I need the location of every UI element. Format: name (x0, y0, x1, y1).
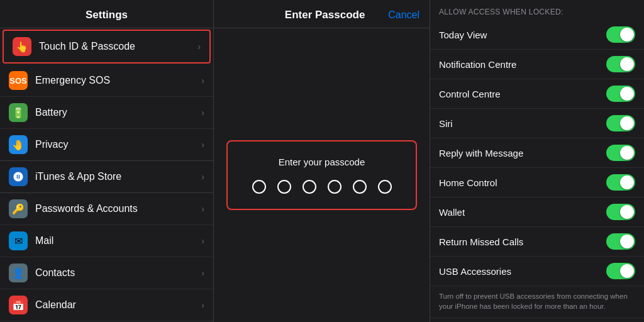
locked-panel: ALLOW ACCESS WHEN LOCKED: Today View Not… (430, 0, 644, 322)
settings-row-emergency-sos[interactable]: SOS Emergency SOS › (0, 65, 213, 97)
notification-centre-label: Notification Centre (439, 59, 606, 70)
locked-row-today-view: Today View (430, 20, 644, 50)
passwords-label: Passwords & Accounts (35, 203, 201, 214)
siri-toggle[interactable] (606, 115, 635, 131)
passcode-title: Enter Passcode (262, 9, 388, 21)
passcode-dot-3 (303, 180, 316, 194)
contacts-chevron: › (201, 268, 204, 278)
settings-row-mail[interactable]: ✉ Mail › (0, 225, 213, 257)
privacy-chevron: › (201, 140, 204, 150)
emergency-sos-label: Emergency SOS (35, 75, 201, 86)
touch-id-icon: 👆 (13, 37, 31, 56)
settings-group-3: 🔑 Passwords & Accounts › ✉ Mail › 👤 Cont… (0, 192, 213, 322)
passwords-icon: 🔑 (9, 199, 28, 218)
locked-row-return-calls: Return Missed Calls (430, 227, 644, 257)
passcode-dot-5 (353, 180, 367, 194)
control-centre-label: Control Centre (439, 89, 606, 99)
settings-row-battery[interactable]: 🔋 Battery › (0, 97, 213, 129)
today-view-label: Today View (439, 30, 606, 40)
privacy-icon: 🤚 (9, 135, 28, 154)
passcode-dot-6 (378, 180, 392, 194)
passcode-input-box[interactable]: Enter your passcode (226, 140, 417, 210)
battery-label: Battery (35, 107, 201, 118)
locked-row-siri: Siri (430, 109, 644, 138)
mail-chevron: › (201, 236, 204, 246)
passcode-panel: Enter Passcode Cancel Enter your passcod… (214, 0, 430, 322)
calendar-label: Calendar (35, 299, 201, 311)
settings-panel: Settings 👆 Touch ID & Passcode › SOS Eme… (0, 0, 214, 322)
settings-row-contacts[interactable]: 👤 Contacts › (0, 257, 213, 289)
return-calls-toggle[interactable] (606, 233, 635, 250)
usb-note: Turn off to prevent USB accessories from… (430, 286, 644, 318)
passcode-cancel-button[interactable]: Cancel (388, 9, 419, 21)
itunes-chevron: › (201, 172, 204, 182)
locked-row-reply-message: Reply with Message (430, 138, 644, 168)
control-centre-toggle[interactable] (606, 86, 635, 102)
itunes-icon (9, 167, 28, 186)
passcode-dots (252, 180, 392, 194)
contacts-label: Contacts (35, 267, 201, 279)
settings-row-privacy[interactable]: 🤚 Privacy › (0, 129, 213, 160)
mail-icon: ✉ (9, 231, 28, 250)
locked-row-home-control: Home Control (430, 168, 644, 197)
return-calls-label: Return Missed Calls (439, 236, 606, 247)
emergency-sos-chevron: › (201, 75, 204, 86)
home-control-label: Home Control (439, 177, 606, 188)
privacy-label: Privacy (35, 139, 201, 150)
settings-row-passwords[interactable]: 🔑 Passwords & Accounts › (0, 193, 213, 225)
touch-id-chevron: › (197, 42, 201, 52)
settings-row-touch-id[interactable]: 👆 Touch ID & Passcode › (3, 30, 211, 64)
reply-message-toggle[interactable] (606, 145, 635, 161)
locked-row-usb-accessories: USB Accessories (430, 257, 644, 286)
passcode-dot-4 (328, 180, 341, 194)
passcode-body: Enter your passcode (214, 28, 430, 322)
passcode-header: Enter Passcode Cancel (214, 0, 430, 28)
battery-chevron: › (201, 108, 204, 118)
passcode-prompt: Enter your passcode (279, 157, 365, 167)
contacts-icon: 👤 (9, 264, 28, 282)
settings-group-1: 👆 Touch ID & Passcode › SOS Emergency SO… (0, 28, 213, 160)
emergency-sos-icon: SOS (9, 71, 28, 90)
settings-group-2: iTunes & App Store › (0, 160, 213, 192)
today-view-toggle[interactable] (606, 26, 635, 43)
locked-row-notification-centre: Notification Centre (430, 50, 644, 79)
settings-row-calendar[interactable]: 📅 Calendar › (0, 289, 213, 321)
calendar-chevron: › (201, 300, 204, 310)
home-control-toggle[interactable] (606, 174, 635, 191)
itunes-label: iTunes & App Store (35, 171, 201, 182)
locked-row-wallet: Wallet (430, 197, 644, 227)
locked-section-header: ALLOW ACCESS WHEN LOCKED: (430, 0, 644, 20)
passcode-dot-1 (252, 180, 266, 194)
locked-row-control-centre: Control Centre (430, 79, 644, 109)
siri-label: Siri (439, 118, 606, 129)
usb-accessories-label: USB Accessories (439, 266, 606, 277)
notification-centre-toggle[interactable] (606, 56, 635, 72)
battery-icon: 🔋 (9, 103, 28, 122)
usb-accessories-toggle[interactable] (606, 263, 635, 279)
reply-message-label: Reply with Message (439, 148, 606, 158)
mail-label: Mail (35, 235, 201, 247)
wallet-toggle[interactable] (606, 204, 635, 220)
passcode-dot-2 (277, 180, 291, 194)
settings-title: Settings (0, 0, 213, 28)
wallet-label: Wallet (439, 207, 606, 218)
settings-row-itunes[interactable]: iTunes & App Store › (0, 161, 213, 192)
passwords-chevron: › (201, 204, 204, 214)
touch-id-label: Touch ID & Passcode (39, 41, 197, 52)
calendar-icon: 📅 (9, 296, 28, 314)
